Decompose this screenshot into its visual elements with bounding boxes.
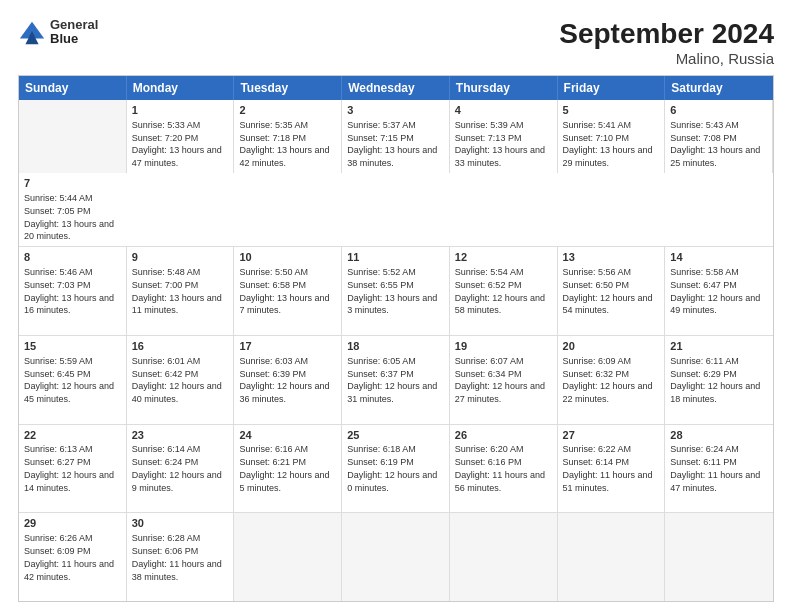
day-number: 2 [239, 103, 336, 118]
calendar-cell: 12Sunrise: 5:54 AM Sunset: 6:52 PM Dayli… [450, 247, 558, 335]
day-number: 9 [132, 250, 229, 265]
calendar-cell: 16Sunrise: 6:01 AM Sunset: 6:42 PM Dayli… [127, 336, 235, 424]
calendar-header: SundayMondayTuesdayWednesdayThursdayFrid… [19, 76, 773, 100]
day-number: 7 [24, 176, 122, 191]
cell-info: Sunrise: 6:07 AM Sunset: 6:34 PM Dayligh… [455, 356, 545, 404]
calendar-cell: 15Sunrise: 5:59 AM Sunset: 6:45 PM Dayli… [19, 336, 127, 424]
calendar-cell: 10Sunrise: 5:50 AM Sunset: 6:58 PM Dayli… [234, 247, 342, 335]
cell-info: Sunrise: 6:18 AM Sunset: 6:19 PM Dayligh… [347, 444, 437, 492]
day-number: 5 [563, 103, 660, 118]
cell-info: Sunrise: 5:54 AM Sunset: 6:52 PM Dayligh… [455, 267, 545, 315]
calendar-cell: 1Sunrise: 5:33 AM Sunset: 7:20 PM Daylig… [127, 100, 235, 173]
calendar-cell: 23Sunrise: 6:14 AM Sunset: 6:24 PM Dayli… [127, 425, 235, 513]
day-number: 23 [132, 428, 229, 443]
cell-info: Sunrise: 6:16 AM Sunset: 6:21 PM Dayligh… [239, 444, 329, 492]
calendar-title: September 2024 [559, 18, 774, 50]
calendar-cell: 14Sunrise: 5:58 AM Sunset: 6:47 PM Dayli… [665, 247, 773, 335]
header-day-friday: Friday [558, 76, 666, 100]
cell-info: Sunrise: 6:01 AM Sunset: 6:42 PM Dayligh… [132, 356, 222, 404]
cell-info: Sunrise: 6:28 AM Sunset: 6:06 PM Dayligh… [132, 533, 222, 581]
day-number: 24 [239, 428, 336, 443]
calendar-cell: 28Sunrise: 6:24 AM Sunset: 6:11 PM Dayli… [665, 425, 773, 513]
cell-info: Sunrise: 6:14 AM Sunset: 6:24 PM Dayligh… [132, 444, 222, 492]
calendar-cell [19, 100, 127, 173]
calendar-cell: 21Sunrise: 6:11 AM Sunset: 6:29 PM Dayli… [665, 336, 773, 424]
cell-info: Sunrise: 5:44 AM Sunset: 7:05 PM Dayligh… [24, 193, 114, 241]
calendar-cell: 13Sunrise: 5:56 AM Sunset: 6:50 PM Dayli… [558, 247, 666, 335]
calendar-row-0: 1Sunrise: 5:33 AM Sunset: 7:20 PM Daylig… [19, 100, 773, 246]
cell-info: Sunrise: 6:24 AM Sunset: 6:11 PM Dayligh… [670, 444, 760, 492]
cell-info: Sunrise: 5:43 AM Sunset: 7:08 PM Dayligh… [670, 120, 760, 168]
day-number: 10 [239, 250, 336, 265]
day-number: 25 [347, 428, 444, 443]
calendar-cell [665, 513, 773, 601]
cell-info: Sunrise: 6:11 AM Sunset: 6:29 PM Dayligh… [670, 356, 760, 404]
calendar-cell: 20Sunrise: 6:09 AM Sunset: 6:32 PM Dayli… [558, 336, 666, 424]
calendar-cell: 25Sunrise: 6:18 AM Sunset: 6:19 PM Dayli… [342, 425, 450, 513]
day-number: 17 [239, 339, 336, 354]
day-number: 1 [132, 103, 229, 118]
cell-info: Sunrise: 5:56 AM Sunset: 6:50 PM Dayligh… [563, 267, 653, 315]
calendar-row-4: 29Sunrise: 6:26 AM Sunset: 6:09 PM Dayli… [19, 512, 773, 601]
calendar-cell: 26Sunrise: 6:20 AM Sunset: 6:16 PM Dayli… [450, 425, 558, 513]
calendar-cell [234, 513, 342, 601]
day-number: 12 [455, 250, 552, 265]
calendar-cell: 5Sunrise: 5:41 AM Sunset: 7:10 PM Daylig… [558, 100, 666, 173]
calendar-subtitle: Malino, Russia [559, 50, 774, 67]
logo: General Blue [18, 18, 98, 47]
day-number: 29 [24, 516, 121, 531]
day-number: 4 [455, 103, 552, 118]
calendar-cell: 9Sunrise: 5:48 AM Sunset: 7:00 PM Daylig… [127, 247, 235, 335]
header-day-tuesday: Tuesday [234, 76, 342, 100]
day-number: 11 [347, 250, 444, 265]
calendar-cell: 17Sunrise: 6:03 AM Sunset: 6:39 PM Dayli… [234, 336, 342, 424]
day-number: 20 [563, 339, 660, 354]
cell-info: Sunrise: 6:20 AM Sunset: 6:16 PM Dayligh… [455, 444, 545, 492]
calendar-cell [558, 513, 666, 601]
day-number: 3 [347, 103, 444, 118]
cell-info: Sunrise: 6:03 AM Sunset: 6:39 PM Dayligh… [239, 356, 329, 404]
calendar-cell: 3Sunrise: 5:37 AM Sunset: 7:15 PM Daylig… [342, 100, 450, 173]
calendar-cell: 27Sunrise: 6:22 AM Sunset: 6:14 PM Dayli… [558, 425, 666, 513]
day-number: 6 [670, 103, 767, 118]
calendar-cell: 22Sunrise: 6:13 AM Sunset: 6:27 PM Dayli… [19, 425, 127, 513]
day-number: 15 [24, 339, 121, 354]
cell-info: Sunrise: 5:37 AM Sunset: 7:15 PM Dayligh… [347, 120, 437, 168]
cell-info: Sunrise: 5:33 AM Sunset: 7:20 PM Dayligh… [132, 120, 222, 168]
logo-text: General Blue [50, 18, 98, 47]
cell-info: Sunrise: 6:22 AM Sunset: 6:14 PM Dayligh… [563, 444, 653, 492]
day-number: 26 [455, 428, 552, 443]
logo-icon [18, 18, 46, 46]
calendar-cell: 19Sunrise: 6:07 AM Sunset: 6:34 PM Dayli… [450, 336, 558, 424]
day-number: 18 [347, 339, 444, 354]
cell-info: Sunrise: 5:35 AM Sunset: 7:18 PM Dayligh… [239, 120, 329, 168]
calendar-cell: 7Sunrise: 5:44 AM Sunset: 7:05 PM Daylig… [19, 173, 127, 246]
header-day-saturday: Saturday [665, 76, 773, 100]
title-block: September 2024 Malino, Russia [559, 18, 774, 67]
calendar: SundayMondayTuesdayWednesdayThursdayFrid… [18, 75, 774, 602]
cell-info: Sunrise: 5:50 AM Sunset: 6:58 PM Dayligh… [239, 267, 329, 315]
calendar-cell: 18Sunrise: 6:05 AM Sunset: 6:37 PM Dayli… [342, 336, 450, 424]
cell-info: Sunrise: 5:41 AM Sunset: 7:10 PM Dayligh… [563, 120, 653, 168]
cell-info: Sunrise: 6:13 AM Sunset: 6:27 PM Dayligh… [24, 444, 114, 492]
day-number: 27 [563, 428, 660, 443]
header: General Blue September 2024 Malino, Russ… [18, 18, 774, 67]
calendar-cell: 11Sunrise: 5:52 AM Sunset: 6:55 PM Dayli… [342, 247, 450, 335]
calendar-cell: 24Sunrise: 6:16 AM Sunset: 6:21 PM Dayli… [234, 425, 342, 513]
calendar-cell [450, 513, 558, 601]
day-number: 16 [132, 339, 229, 354]
calendar-cell: 8Sunrise: 5:46 AM Sunset: 7:03 PM Daylig… [19, 247, 127, 335]
day-number: 30 [132, 516, 229, 531]
cell-info: Sunrise: 5:52 AM Sunset: 6:55 PM Dayligh… [347, 267, 437, 315]
cell-info: Sunrise: 5:59 AM Sunset: 6:45 PM Dayligh… [24, 356, 114, 404]
page: General Blue September 2024 Malino, Russ… [0, 0, 792, 612]
calendar-cell: 6Sunrise: 5:43 AM Sunset: 7:08 PM Daylig… [665, 100, 773, 173]
header-day-wednesday: Wednesday [342, 76, 450, 100]
calendar-body: 1Sunrise: 5:33 AM Sunset: 7:20 PM Daylig… [19, 100, 773, 601]
header-day-sunday: Sunday [19, 76, 127, 100]
calendar-row-2: 15Sunrise: 5:59 AM Sunset: 6:45 PM Dayli… [19, 335, 773, 424]
cell-info: Sunrise: 5:39 AM Sunset: 7:13 PM Dayligh… [455, 120, 545, 168]
day-number: 8 [24, 250, 121, 265]
calendar-row-1: 8Sunrise: 5:46 AM Sunset: 7:03 PM Daylig… [19, 246, 773, 335]
cell-info: Sunrise: 5:48 AM Sunset: 7:00 PM Dayligh… [132, 267, 222, 315]
